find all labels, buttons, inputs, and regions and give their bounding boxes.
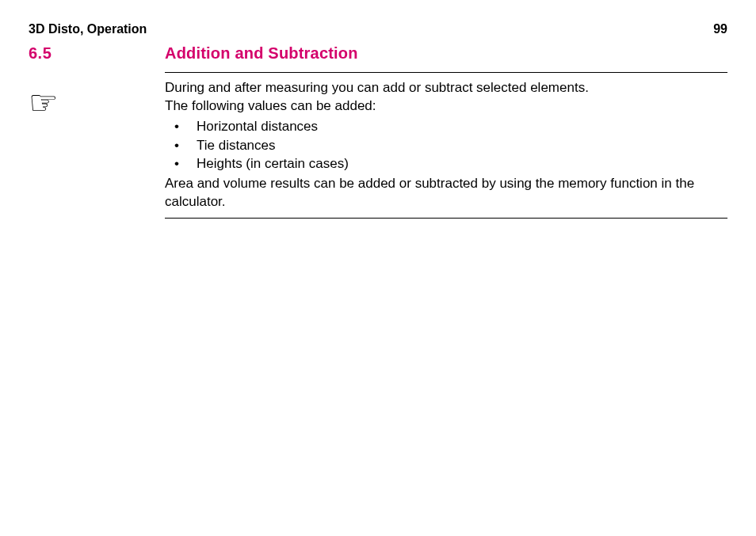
divider-bottom [165, 218, 727, 219]
section-body: Addition and Subtraction During and afte… [165, 44, 727, 219]
divider-top [165, 72, 727, 73]
intro-line-1: During and after measuring you can add o… [165, 79, 727, 97]
section-number: 6.5 [29, 44, 165, 63]
section-title: Addition and Subtraction [165, 44, 727, 63]
closing-paragraph: Area and volume results can be added or … [165, 175, 727, 211]
pointing-hand-icon: ☞ [29, 86, 165, 120]
list-item: Tie distances [165, 136, 727, 155]
intro-line-2: The following values can be added: [165, 97, 727, 116]
section-gutter: 6.5 ☞ [29, 44, 165, 219]
page-header: 3D Disto, Operation 99 [0, 0, 756, 36]
section: 6.5 ☞ Addition and Subtraction During an… [0, 36, 756, 219]
header-title: 3D Disto, Operation [29, 22, 147, 36]
page-number: 99 [713, 22, 727, 36]
list-item: Heights (in certain cases) [165, 154, 727, 173]
list-item: Horizontal distances [165, 117, 727, 136]
bullet-list: Horizontal distances Tie distances Heigh… [165, 117, 727, 173]
